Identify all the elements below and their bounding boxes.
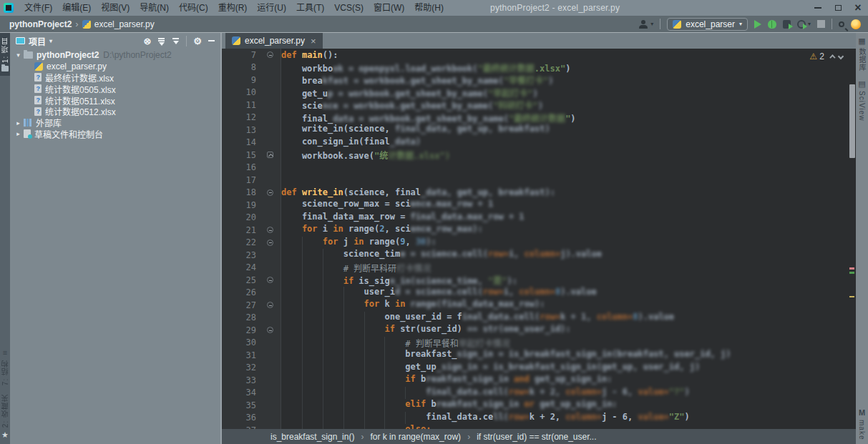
inspections-widget[interactable]: ⚠ 2 xyxy=(809,51,843,61)
code-line[interactable]: 29if str(user_id) == str(one_user_id): xyxy=(222,324,856,337)
menu-item[interactable]: 导航(N) xyxy=(135,0,174,16)
fold-marker-icon[interactable] xyxy=(267,277,273,283)
code-line[interactable]: 10get_up = workbook.get_sheet_by_name("早… xyxy=(222,87,856,99)
code-line[interactable]: 11science = workbook.get_sheet_by_name("… xyxy=(222,99,856,112)
status-breadcrumb-item[interactable]: is_breakfast_sign_in() xyxy=(270,432,354,442)
hide-panel-icon[interactable] xyxy=(208,40,215,41)
scrollbar-thumb[interactable] xyxy=(849,84,855,158)
close-tab-icon[interactable]: × xyxy=(311,36,316,46)
menu-item[interactable]: VCS(S) xyxy=(329,0,369,16)
tree-row[interactable]: 统计数据0511.xlsx xyxy=(10,94,220,106)
code-line[interactable]: 33if breakfast_sign_in and get_up_sign_i… xyxy=(222,374,856,387)
fold-marker-icon[interactable] xyxy=(267,51,273,58)
status-breadcrumb-item[interactable]: if str(user_id) == str(one_user... xyxy=(477,432,596,442)
code-line[interactable]: 36final_data.cell(row=k + 2, column=j - … xyxy=(222,412,856,425)
code-line[interactable]: 12final_data = workbook.get_sheet_by_nam… xyxy=(222,112,856,124)
status-breadcrumb-item[interactable]: for k in range(max_row) xyxy=(370,432,461,442)
stop-button[interactable] xyxy=(817,20,825,28)
previous-problem-icon[interactable] xyxy=(829,54,835,60)
menu-item[interactable]: 视图(V) xyxy=(96,0,135,16)
chevron-open-icon[interactable]: ▾ xyxy=(13,51,24,59)
chevron-closed-icon[interactable]: ▸ xyxy=(13,119,24,127)
expand-selected-icon[interactable] xyxy=(157,37,165,45)
user-menu[interactable]: ▾ xyxy=(639,20,653,29)
code-line[interactable]: 32get_up_sign_in = is_breakfast_sign_in(… xyxy=(222,362,856,375)
maximize-button[interactable] xyxy=(828,0,848,16)
tree-row[interactable]: 统计数据0505.xlsx xyxy=(10,83,220,94)
code-line[interactable]: 37else: xyxy=(222,424,856,429)
tree-row[interactable]: 最终统计数据.xlsx xyxy=(10,72,220,84)
code-line[interactable]: 15workbook.save("统计数据.xlsx") xyxy=(222,149,856,162)
menu-item[interactable]: 文件(F) xyxy=(19,0,57,16)
tree-row[interactable]: excel_parser.py xyxy=(10,61,220,72)
code-line[interactable]: 21for i in range(2, science_row_max): xyxy=(222,224,856,237)
locate-file-icon[interactable]: ⊗ xyxy=(143,36,151,46)
debug-button[interactable] xyxy=(768,20,776,29)
code-line[interactable]: 19science_row_max = science.max_row + 1 xyxy=(222,199,856,212)
minimize-button[interactable] xyxy=(808,0,828,16)
tree-row[interactable]: ▸草稿文件和控制台 xyxy=(10,129,220,140)
code-line[interactable]: 7def main(): xyxy=(222,49,856,61)
code-line[interactable]: 24# 判断早科研打卡情况 xyxy=(222,262,856,275)
code-line[interactable]: 31breakfast_sign_in = is_breakfast_sign_… xyxy=(222,349,856,362)
tree-row[interactable]: ▾pythonProject2D:\pythonProject2 xyxy=(10,49,220,61)
code-editor[interactable]: 7def main():8workbook = openpyxl.load_wo… xyxy=(222,49,856,429)
error-stripe-mark[interactable] xyxy=(849,267,854,270)
code-line[interactable]: 18def write_in(science, final_data, get_… xyxy=(222,187,856,199)
chevron-closed-icon[interactable]: ▸ xyxy=(13,130,24,137)
project-panel-title[interactable]: 项目 xyxy=(29,35,46,47)
code-line[interactable]: 28one_user_id = final_data.cell(row=k + … xyxy=(222,312,856,325)
menu-item[interactable]: 帮助(H) xyxy=(409,0,449,16)
code-line[interactable]: 34final_data.cell(row=k + 2, column=j - … xyxy=(222,387,856,400)
editor-scrollbar[interactable] xyxy=(848,49,856,429)
tab-excel-parser[interactable]: excel_parser.py × xyxy=(225,33,323,49)
close-button[interactable]: × xyxy=(848,0,868,16)
next-problem-icon[interactable] xyxy=(838,54,844,59)
code-line[interactable]: 8workbook = openpyxl.load_workbook("最终统计… xyxy=(222,61,856,74)
tool-strip-tab-7-[interactable]: ≡7: 结构 xyxy=(0,345,11,390)
code-line[interactable]: 13write_in(science, final_data, get_up, … xyxy=(222,124,856,137)
tool-strip-tab-2-[interactable]: 2: 收藏夹★ xyxy=(0,390,11,444)
gear-icon[interactable]: ⚙ xyxy=(193,36,202,46)
fold-marker-icon[interactable] xyxy=(267,302,273,308)
fold-marker-icon[interactable] xyxy=(267,152,273,158)
tool-strip-tab-make[interactable]: Mmake xyxy=(858,404,866,444)
fold-marker-icon[interactable] xyxy=(267,227,273,233)
tool-strip-tab-sciview[interactable]: ▤SciView xyxy=(858,76,866,125)
code-line[interactable]: 20final_data_max_row = final_data.max_ro… xyxy=(222,212,856,225)
menu-item[interactable]: 编辑(E) xyxy=(57,0,96,16)
code-line[interactable]: 25if is_sign_in(science_time, "是"): xyxy=(222,274,856,287)
tool-strip-tab-1-[interactable]: 1: 项目 xyxy=(0,33,10,76)
menu-item[interactable]: 工具(T) xyxy=(291,0,329,16)
code-line[interactable]: 27for k in range(final_data_max_row): xyxy=(222,299,856,312)
menu-item[interactable]: 窗口(W) xyxy=(369,0,409,16)
menu-item[interactable]: 运行(U) xyxy=(252,0,291,16)
code-line[interactable]: 35elif breakfast_sign_in or get_up_sign_… xyxy=(222,399,856,412)
fold-marker-icon[interactable] xyxy=(267,327,273,333)
error-stripe-mark[interactable] xyxy=(849,296,854,297)
code-line[interactable]: 16 xyxy=(222,162,856,174)
breadcrumb-file[interactable]: excel_parser.py xyxy=(94,19,155,29)
code-line[interactable]: 26user_id = science.cell(row=i, column=8… xyxy=(222,287,856,300)
tree-row[interactable]: 统计数据0512.xlsx xyxy=(10,106,220,117)
code-line[interactable]: 23science_time = science.cell(row=i, col… xyxy=(222,249,856,262)
code-line[interactable]: 22for j in range(9, 30): xyxy=(222,237,856,250)
events-icon[interactable] xyxy=(851,19,861,29)
run-configuration-select[interactable]: excel_parser ▾ xyxy=(667,18,748,31)
menu-item[interactable]: 重构(R) xyxy=(213,0,253,16)
chevron-down-icon[interactable]: ▾ xyxy=(49,38,52,44)
tree-row[interactable]: ▸外部库 xyxy=(10,117,220,129)
fold-marker-icon[interactable] xyxy=(267,240,273,246)
breadcrumb-project[interactable]: pythonProject2 xyxy=(9,19,72,29)
search-everywhere-button[interactable] xyxy=(839,21,844,27)
run-with-coverage-button[interactable] xyxy=(783,20,791,29)
code-line[interactable]: 30# 判断早餐和早起打卡情况 xyxy=(222,337,856,350)
collapse-all-icon[interactable] xyxy=(172,37,180,45)
profiler-button[interactable]: ▾ xyxy=(797,20,811,29)
tool-strip-tab--[interactable]: ▦数据库 xyxy=(857,33,867,76)
menu-item[interactable]: 代码(C) xyxy=(174,0,213,16)
error-stripe-mark[interactable] xyxy=(849,272,854,274)
fold-marker-icon[interactable] xyxy=(267,189,273,196)
code-line[interactable]: 17 xyxy=(222,174,856,187)
code-line[interactable]: 14con_sign_in(final_data) xyxy=(222,137,856,149)
